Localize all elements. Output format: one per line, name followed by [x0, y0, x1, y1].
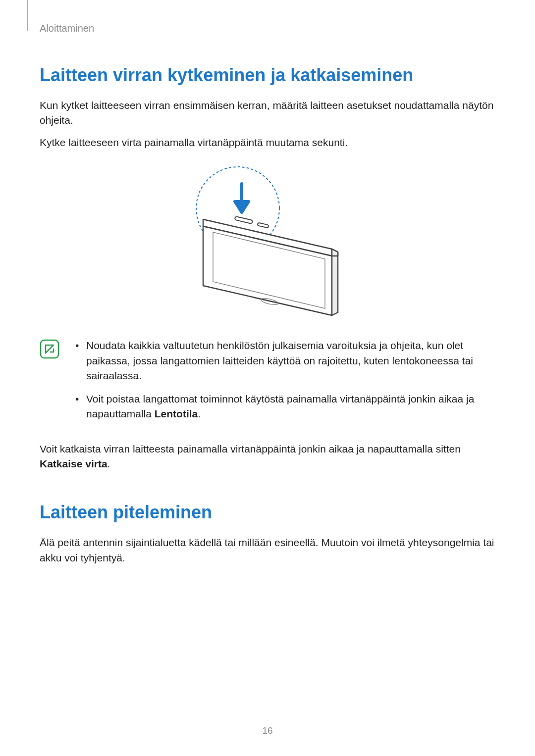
note-list: Noudata kaikkia valtuutetun henkilöstön … [73, 338, 495, 429]
section2-heading: Laitteen piteleminen [40, 501, 495, 523]
note1-text: Noudata kaikkia valtuutetun henkilöstön … [86, 340, 473, 381]
note-block: Noudata kaikkia valtuutetun henkilöstön … [40, 338, 495, 429]
section1-heading: Laitteen virran kytkeminen ja katkaisemi… [40, 64, 495, 86]
section1-para2: Kytke laitteeseen virta painamalla virta… [40, 135, 495, 150]
section2-para1: Älä peitä antennin sijaintialuetta kädel… [40, 535, 495, 565]
note-icon [40, 339, 59, 359]
section2: Laitteen piteleminen Älä peitä antennin … [40, 501, 495, 565]
note-item-1: Noudata kaikkia valtuutetun henkilöstön … [73, 338, 495, 383]
section1-para3: Voit katkaista virran laitteesta painama… [40, 442, 495, 472]
svg-rect-3 [235, 216, 253, 224]
svg-marker-2 [235, 202, 249, 212]
power-button-illustration [40, 165, 495, 323]
para3-c: . [107, 458, 110, 469]
note2-text-b: Lentotila [155, 408, 198, 419]
section1-para1: Kun kytket laitteeseen virran ensimmäise… [40, 98, 495, 128]
para3-a: Voit katkaista virran laitteesta painama… [40, 443, 461, 454]
svg-rect-4 [258, 223, 269, 228]
tablet-power-svg [183, 165, 352, 323]
chapter-label: Aloittaminen [40, 23, 495, 34]
note2-text-a: Voit poistaa langattomat toiminnot käytö… [86, 393, 474, 419]
document-page: Aloittaminen Laitteen virran kytkeminen … [0, 0, 535, 756]
top-rule-decoration [27, 0, 28, 31]
note-item-2: Voit poistaa langattomat toiminnot käytö… [73, 392, 495, 422]
note2-text-c: . [198, 408, 201, 419]
para3-b: Katkaise virta [40, 458, 107, 469]
page-number: 16 [0, 725, 535, 736]
